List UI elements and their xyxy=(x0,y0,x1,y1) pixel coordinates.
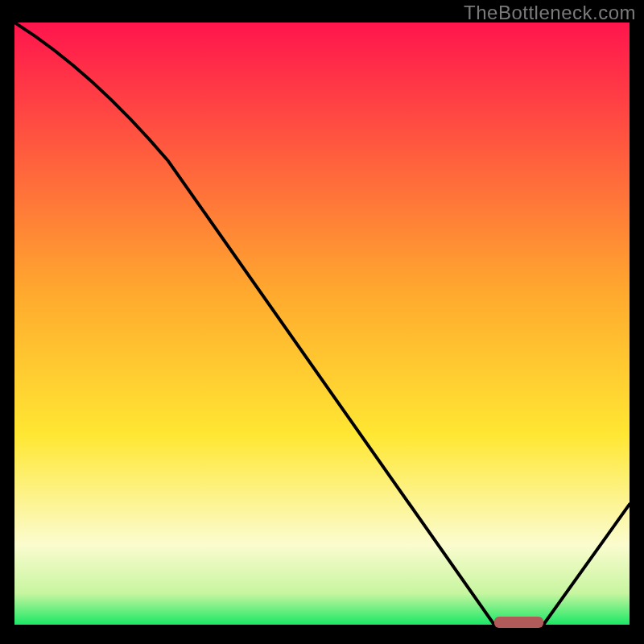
optimal-range-marker xyxy=(494,617,543,628)
plot-area xyxy=(14,23,630,630)
bottleneck-chart xyxy=(14,23,630,630)
watermark-text: TheBottleneck.com xyxy=(464,2,636,24)
gradient-background xyxy=(14,23,630,630)
chart-container: TheBottleneck.com xyxy=(0,0,644,644)
